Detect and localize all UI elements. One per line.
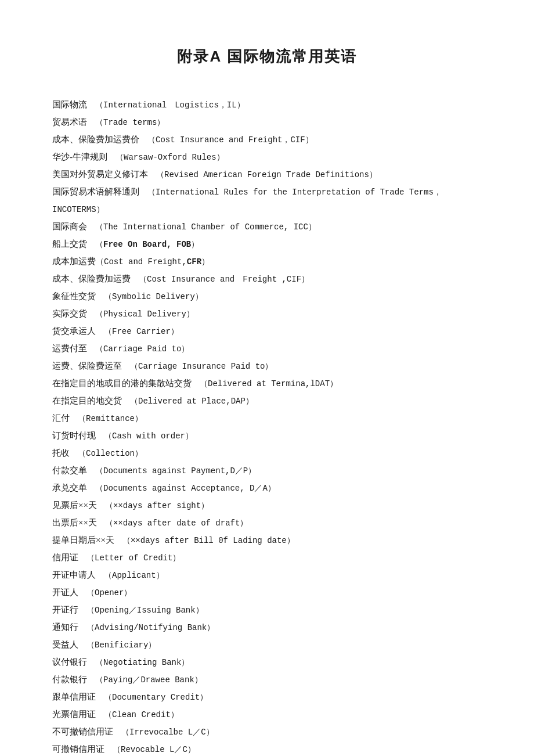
item-en: （Documents against Acceptance, D／A）: [87, 484, 276, 493]
item-en: （Carriage Paid to）: [87, 344, 189, 354]
item-en: （Carriage Insurance Paid to）: [122, 362, 273, 371]
item-zh: 船上交货: [52, 239, 87, 249]
item-zh: 汇付: [52, 413, 70, 423]
list-item: 成本加运费（Cost and Freight,CFR）: [52, 253, 482, 270]
item-en: （Clean Credit）: [96, 710, 179, 719]
item-en: （Delivered at Place,DAP）: [122, 397, 254, 406]
item-zh: 跟单信用证: [52, 692, 96, 701]
item-zh: 国际商会: [52, 222, 87, 231]
item-zh: 受益人: [52, 640, 78, 649]
list-item: 运费、保险费运至 （Carriage Insurance Paid to）: [52, 357, 482, 375]
list-item: 货交承运人 （Free Carrier）: [52, 322, 482, 340]
item-en: （Benificiary）: [78, 640, 156, 650]
list-item: 出票后××天 （××days after date of draft）: [52, 514, 482, 531]
item-en: （Physical Delivery）: [87, 309, 194, 319]
item-en: （Cash with order）: [96, 431, 193, 441]
item-en: （Warsaw-Oxford Rules）: [107, 153, 225, 162]
list-item: 成本、保险费加运费价 （Cost Insurance and Freight，C…: [52, 131, 482, 148]
item-zh: 不可撤销信用证: [52, 727, 113, 736]
item-zh: 见票后××天: [52, 501, 97, 510]
item-en: （Opening／Issuing Bank）: [78, 606, 204, 615]
item-en: （Cost Insurance and Freight ,CIF）: [131, 275, 309, 284]
list-item: 议付银行 （Negotiating Bank）: [52, 653, 482, 671]
item-en: （Applicant）: [96, 571, 164, 580]
item-zh: 付款银行: [52, 675, 87, 684]
item-zh: 实际交货: [52, 309, 87, 318]
item-en: （××days after sight）: [97, 501, 209, 510]
list-item: 开证行 （Opening／Issuing Bank）: [52, 601, 482, 618]
list-item: 跟单信用证 （Documentary Credit）: [52, 688, 482, 705]
item-zh: 开证申请人: [52, 570, 96, 579]
list-item: 光票信用证 （Clean Credit）: [52, 705, 482, 723]
list-item: 成本、保险费加运费 （Cost Insurance and Freight ,C…: [52, 270, 482, 287]
list-item: 通知行 （Advising/Notifying Bank）: [52, 618, 482, 636]
list-item: 在指定目的地或目的港的集散站交货 （Delivered at Termina,l…: [52, 375, 482, 392]
item-en: （Free On Board, FOB）: [87, 240, 199, 249]
item-en: （Delivered at Termina,lDAT）: [192, 379, 338, 388]
item-zh: 国际贸易术语解释通则: [52, 187, 139, 196]
item-zh: 议付银行: [52, 657, 87, 667]
item-en: （××days after date of draft）: [97, 519, 248, 528]
list-item: 象征性交货 （Symbolic Delivery）: [52, 287, 482, 305]
list-item: 美国对外贸易定义修订本 （Revised American Foreign Tr…: [52, 165, 482, 183]
item-zh: 成本、保险费加运费价: [52, 135, 139, 144]
item-zh: 付款交单: [52, 466, 87, 475]
item-en: （Advising/Notifying Bank）: [78, 623, 215, 632]
list-item: 贸易术语 （Trade terms）: [52, 113, 482, 131]
item-en: （Trade terms）: [87, 118, 165, 127]
item-zh: 光票信用证: [52, 710, 96, 719]
item-zh: 出票后××天: [52, 518, 97, 527]
item-zh: 成本、保险费加运费: [52, 274, 131, 283]
item-zh: 象征性交货: [52, 291, 96, 301]
main-content: 国际物流 （International Logistics，IL）贸易术语 （T…: [52, 96, 482, 756]
list-item: 华沙-牛津规则 （Warsaw-Oxford Rules）: [52, 148, 482, 165]
item-zh: 在指定目的地或目的港的集散站交货: [52, 379, 192, 388]
list-item: 付款银行 （Paying／Drawee Bank）: [52, 671, 482, 688]
item-zh: 开证行: [52, 605, 78, 614]
list-item: 提单日期后××天 （××days after Bill 0f Lading da…: [52, 531, 482, 549]
list-item: 实际交货 （Physical Delivery）: [52, 305, 482, 322]
list-item: 付款交单 （Documents against Payment,D／P）: [52, 462, 482, 479]
list-item: 在指定目的地交货 （Delivered at Place,DAP）: [52, 392, 482, 409]
item-en: （Free Carrier）: [96, 327, 179, 336]
list-item: 托收 （Collection）: [52, 444, 482, 462]
item-en: （International Logistics，IL）: [87, 100, 245, 110]
item-zh: 信用证: [52, 553, 78, 562]
item-zh: 通知行: [52, 622, 78, 632]
list-item: 可撤销信用证 （Revocable L／C）: [52, 740, 482, 756]
list-item: 汇付 （Remittance）: [52, 409, 482, 427]
item-en: （Documents against Payment,D／P）: [87, 466, 256, 476]
item-en: （Cost and Freight,CFR）: [96, 257, 210, 267]
item-en: （Cost Insurance and Freight，CIF）: [139, 135, 313, 145]
item-zh: 提单日期后××天: [52, 535, 114, 545]
item-zh: 贸易术语: [52, 117, 87, 127]
item-zh: 承兑交单: [52, 483, 87, 492]
item-en: （Revised American Foreign Trade Definiti…: [148, 170, 377, 179]
list-item: 不可撤销信用证 （Irrevocalbe L／C）: [52, 723, 482, 740]
list-item: 订货时付现 （Cash with order）: [52, 427, 482, 444]
item-en: （The International Chamber of Commerce, …: [87, 222, 316, 232]
list-item: 运费付至 （Carriage Paid to）: [52, 340, 482, 357]
item-zh: 货交承运人: [52, 326, 96, 336]
list-item: 开证申请人 （Applicant）: [52, 566, 482, 584]
item-en: （Opener）: [78, 588, 132, 597]
item-en: （Symbolic Delivery）: [96, 292, 203, 301]
list-item: 船上交货 （Free On Board, FOB）: [52, 235, 482, 253]
item-zh: 国际物流: [52, 100, 87, 109]
list-item: 国际物流 （International Logistics，IL）: [52, 96, 482, 113]
item-en: （Revocable L／C）: [104, 745, 196, 754]
item-en: （Remittance）: [70, 414, 143, 423]
list-item: 信用证 （Letter of Credit）: [52, 549, 482, 566]
page-title: 附录A 国际物流常用英语: [52, 46, 482, 67]
item-zh: 可撤销信用证: [52, 744, 104, 754]
item-en: （××days after Bill 0f Lading date）: [114, 536, 295, 545]
list-item: 国际商会 （The International Chamber of Comme…: [52, 218, 482, 235]
list-item: 开证人 （Opener）: [52, 584, 482, 601]
item-en: （Paying／Drawee Bank）: [87, 675, 203, 685]
item-zh: 开证人: [52, 588, 78, 597]
list-item: 国际贸易术语解释通则 （International Rules for the …: [52, 183, 482, 218]
list-item: 受益人 （Benificiary）: [52, 636, 482, 653]
list-item: 见票后××天 （××days after sight）: [52, 496, 482, 514]
item-zh: 运费、保险费运至: [52, 361, 122, 370]
list-item: 承兑交单 （Documents against Acceptance, D／A）: [52, 479, 482, 496]
